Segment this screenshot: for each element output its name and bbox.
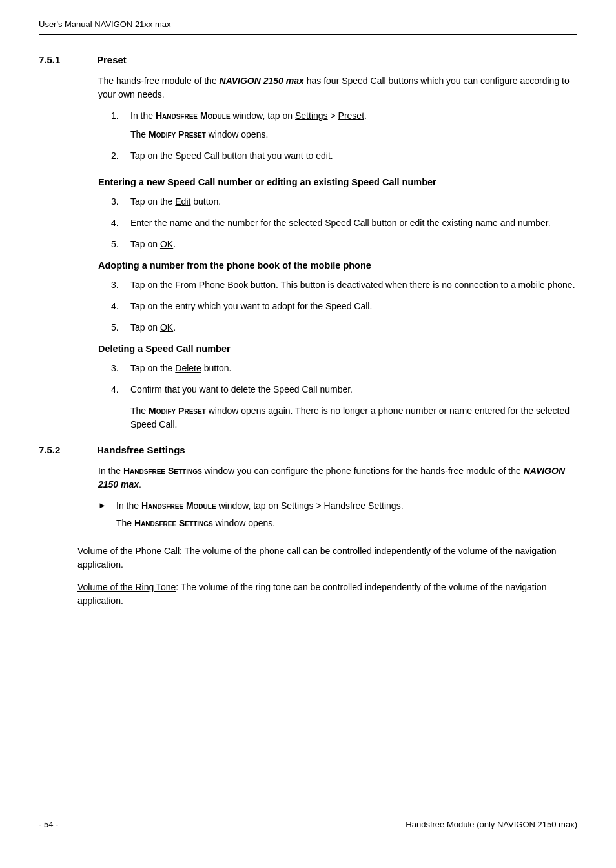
- handsfree-settings-link: Handsfree Settings: [324, 501, 401, 511]
- entering-step-4-text: Enter the name and the number for the se…: [130, 216, 577, 230]
- adopting-steps-body: 3. Tap on the From Phone Book button. Th…: [39, 278, 577, 335]
- section-752-heading: 7.5.2 Handsfree Settings: [39, 444, 577, 455]
- entering-step-5-text: Tap on OK.: [130, 238, 577, 251]
- subheading-adopting-text: Adopting a number from the phone book of…: [98, 260, 371, 271]
- step-1-result: The Modify Preset window opens.: [98, 128, 577, 141]
- main-content: 7.5.1 Preset The hands-free module of th…: [39, 54, 577, 814]
- bullet-1-result: The Handsfree Settings window opens.: [98, 517, 577, 530]
- steps-list-1: 1. In the Handsfree Module window, tap o…: [98, 109, 577, 123]
- steps-list-1b: 2. Tap on the Speed Call button that you…: [98, 149, 577, 163]
- step-2: 2. Tap on the Speed Call button that you…: [98, 149, 577, 163]
- volume-ring-tone-label: Volume of the Ring Tone: [77, 582, 176, 592]
- deleting-step-4-num: 4.: [111, 383, 123, 397]
- subheading-adopting: Adopting a number from the phone book of…: [39, 260, 577, 271]
- deleting-steps-body: 3. Tap on the Delete button. 4. Confirm …: [39, 362, 577, 431]
- section-752: 7.5.2 Handsfree Settings In the Handsfre…: [39, 444, 577, 530]
- adopting-step-4-num: 4.: [111, 300, 123, 313]
- deleting-result: The Modify Preset window opens again. Th…: [98, 404, 577, 431]
- adopting-step-5-num: 5.: [111, 321, 123, 335]
- section-752-title: Handsfree Settings: [97, 444, 185, 455]
- edit-link: Edit: [175, 196, 190, 207]
- page-container: User's Manual NAVIGON 21xx max 7.5.1 Pre…: [0, 0, 616, 868]
- section-751-intro: The hands-free module of the NAVIGON 215…: [98, 74, 577, 101]
- deleting-step-4-text: Confirm that you want to delete the Spee…: [130, 383, 577, 397]
- deleting-step-3-text: Tap on the Delete button.: [130, 362, 577, 375]
- ok-link-1: OK: [160, 239, 173, 249]
- section-752-number: 7.5.2: [39, 444, 77, 455]
- entering-step-5-num: 5.: [111, 238, 123, 251]
- from-phone-book-link: From Phone Book: [175, 280, 248, 290]
- subheading-entering: Entering a new Speed Call number or edit…: [39, 177, 577, 187]
- entering-step-5: 5. Tap on OK.: [98, 238, 577, 251]
- deleting-step-4: 4. Confirm that you want to delete the S…: [98, 383, 577, 397]
- handsfree-module-label-2: Handsfree Module: [141, 501, 216, 511]
- settings-link-1: Settings: [295, 110, 328, 121]
- section-751-body: The hands-free module of the NAVIGON 215…: [39, 74, 577, 163]
- footer-chapter: Handsfree Module (only NAVIGON 2150 max): [406, 820, 577, 829]
- product-name-1: NAVIGON 2150 max: [220, 76, 304, 86]
- subheading-entering-text: Entering a new Speed Call number or edit…: [98, 177, 436, 187]
- entering-step-3: 3. Tap on the Edit button.: [98, 195, 577, 209]
- entering-step-3-text: Tap on the Edit button.: [130, 195, 577, 209]
- step-2-text: Tap on the Speed Call button that you wa…: [130, 149, 577, 163]
- volume-phone-call-label: Volume of the Phone Call: [77, 546, 180, 556]
- entering-steps-body: 3. Tap on the Edit button. 4. Enter the …: [39, 195, 577, 251]
- step-2-num: 2.: [111, 149, 123, 163]
- entering-step-3-num: 3.: [111, 195, 123, 209]
- volume-phone-call: Volume of the Phone Call: The volume of …: [39, 544, 577, 572]
- adopting-step-3-num: 3.: [111, 278, 123, 292]
- preset-link: Preset: [338, 110, 364, 121]
- section-751-heading: 7.5.1 Preset: [39, 54, 577, 65]
- modify-preset-label-2: Modify Preset: [149, 406, 206, 416]
- volume-items-container: Volume of the Phone Call: The volume of …: [39, 544, 577, 608]
- section-752-intro: In the Handsfree Settings window you can…: [98, 464, 577, 491]
- step-1-text: In the Handsfree Module window, tap on S…: [130, 109, 577, 123]
- step-1: 1. In the Handsfree Module window, tap o…: [98, 109, 577, 123]
- entering-step-4-num: 4.: [111, 216, 123, 230]
- subheading-deleting-text: Deleting a Speed Call number: [98, 344, 231, 354]
- deleting-steps-list: 3. Tap on the Delete button. 4. Confirm …: [98, 362, 577, 397]
- adopting-step-3: 3. Tap on the From Phone Book button. Th…: [98, 278, 577, 292]
- footer-page-number: - 54 -: [39, 820, 58, 829]
- handsfree-module-label-1: Handsfree Module: [156, 110, 231, 121]
- delete-link: Delete: [175, 363, 201, 373]
- section-752-body: In the Handsfree Settings window you can…: [39, 464, 577, 530]
- settings-link-2: Settings: [281, 501, 314, 511]
- section-751-number: 7.5.1: [39, 54, 77, 65]
- subheading-deleting: Deleting a Speed Call number: [39, 344, 577, 354]
- adopting-step-3-text: Tap on the From Phone Book button. This …: [130, 278, 577, 292]
- bullet-item-1-text: In the Handsfree Module window, tap on S…: [116, 499, 577, 513]
- handsfree-settings-label-2: Handsfree Settings: [134, 518, 213, 528]
- deleting-step-3: 3. Tap on the Delete button.: [98, 362, 577, 375]
- handsfree-settings-label-1: Handsfree Settings: [123, 466, 202, 476]
- bullet-item-1: ► In the Handsfree Module window, tap on…: [98, 499, 577, 513]
- adopting-step-5: 5. Tap on OK.: [98, 321, 577, 335]
- adopting-step-4: 4. Tap on the entry which you want to ad…: [98, 300, 577, 313]
- entering-step-4: 4. Enter the name and the number for the…: [98, 216, 577, 230]
- arrow-icon-1: ►: [98, 499, 108, 513]
- adopting-step-5-text: Tap on OK.: [130, 321, 577, 335]
- adopting-steps-list: 3. Tap on the From Phone Book button. Th…: [98, 278, 577, 335]
- bullet-list-1: ► In the Handsfree Module window, tap on…: [98, 499, 577, 513]
- ok-link-2: OK: [160, 322, 173, 333]
- entering-steps-list: 3. Tap on the Edit button. 4. Enter the …: [98, 195, 577, 251]
- header-title: User's Manual NAVIGON 21xx max: [39, 19, 171, 29]
- modify-preset-label-1: Modify Preset: [149, 129, 206, 140]
- volume-ring-tone: Volume of the Ring Tone: The volume of t…: [39, 581, 577, 608]
- top-header: User's Manual NAVIGON 21xx max: [39, 19, 577, 35]
- step-1-num: 1.: [111, 109, 123, 123]
- adopting-step-4-text: Tap on the entry which you want to adopt…: [130, 300, 577, 313]
- section-751: 7.5.1 Preset The hands-free module of th…: [39, 54, 577, 163]
- deleting-step-3-num: 3.: [111, 362, 123, 375]
- bottom-footer: - 54 - Handsfree Module (only NAVIGON 21…: [39, 814, 577, 829]
- section-751-title: Preset: [97, 54, 127, 65]
